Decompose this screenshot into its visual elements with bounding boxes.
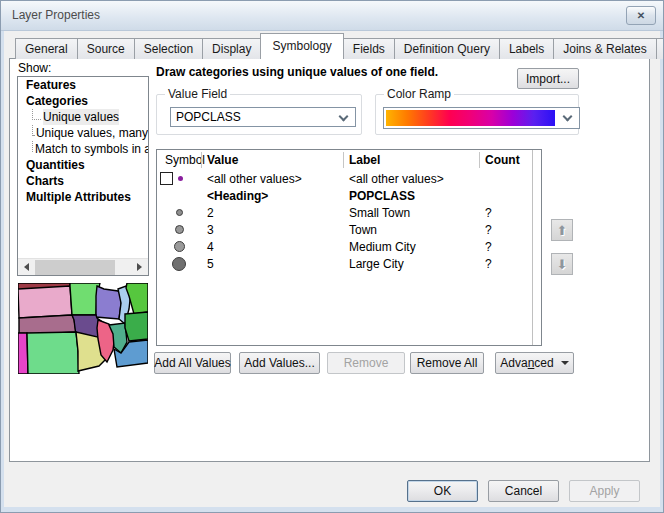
cancel-button[interactable]: Cancel bbox=[488, 480, 559, 502]
symbology-tab-page: Show: FeaturesCategoriesUnique valuesUni… bbox=[9, 58, 650, 462]
table-row[interactable]: 2Small Town? bbox=[157, 204, 541, 221]
add-all-values-button[interactable]: Add All Values bbox=[154, 352, 231, 374]
label-cell: POPCLASS bbox=[343, 189, 479, 203]
tab-time[interactable]: Time bbox=[656, 38, 664, 59]
label-cell: Small Town bbox=[343, 206, 479, 220]
chevron-down-icon bbox=[563, 112, 573, 122]
value-field-label: Value Field bbox=[165, 87, 230, 101]
show-tree-hscrollbar[interactable] bbox=[18, 258, 148, 275]
close-button[interactable]: ✕ bbox=[626, 6, 656, 25]
show-item-label: Unique values bbox=[43, 109, 119, 125]
value-field-dropdown[interactable]: POPCLASS bbox=[170, 107, 356, 127]
tab-display[interactable]: Display bbox=[202, 38, 261, 59]
header-separator bbox=[343, 152, 344, 168]
move-up-button[interactable]: ⬆ bbox=[551, 219, 573, 241]
value-cell: 4 bbox=[201, 240, 343, 254]
add-values-button[interactable]: Add Values... bbox=[239, 352, 320, 374]
color-ramp-dropdown[interactable] bbox=[383, 107, 580, 129]
label-cell: <all other values> bbox=[343, 172, 479, 186]
apply-button[interactable]: Apply bbox=[569, 480, 640, 502]
point-symbol-icon bbox=[172, 257, 186, 271]
remove-button[interactable]: Remove bbox=[327, 352, 405, 374]
tab-definition-query[interactable]: Definition Query bbox=[394, 38, 500, 59]
tab-symbology[interactable]: Symbology bbox=[260, 33, 343, 59]
table-header[interactable]: SymbolValueLabelCount bbox=[157, 150, 541, 170]
show-item-categories[interactable]: Categories bbox=[18, 93, 148, 109]
count-cell: ? bbox=[479, 240, 531, 254]
table-row[interactable]: 4Medium City? bbox=[157, 238, 541, 255]
scroll-right-icon[interactable] bbox=[131, 259, 148, 275]
symbol-cell[interactable] bbox=[157, 238, 201, 255]
point-symbol-icon bbox=[176, 209, 183, 216]
label-cell: Town bbox=[343, 223, 479, 237]
all-other-values-checkbox[interactable] bbox=[160, 172, 173, 185]
column-header-count[interactable]: Count bbox=[479, 150, 531, 170]
advanced-button[interactable]: Advanced bbox=[495, 352, 574, 374]
scrollbar-thumb[interactable] bbox=[35, 260, 115, 275]
map-state-green-e bbox=[125, 312, 148, 341]
column-header-label[interactable]: Label bbox=[343, 150, 479, 170]
label-cell: Large City bbox=[343, 257, 479, 271]
point-symbol-icon bbox=[178, 176, 183, 181]
symbol-cell[interactable] bbox=[157, 187, 201, 204]
table-row[interactable]: <all other values><all other values> bbox=[157, 170, 541, 187]
show-item-features[interactable]: Features bbox=[18, 77, 148, 93]
show-item-match-to-symbols-in-a[interactable]: Match to symbols in a bbox=[18, 141, 148, 157]
value-cell: 2 bbox=[201, 206, 343, 220]
show-item-unique-values-many[interactable]: Unique values, many bbox=[18, 125, 148, 141]
ok-button[interactable]: OK bbox=[407, 480, 478, 502]
map-preview-thumbnail bbox=[18, 283, 148, 374]
dropdown-arrow-icon bbox=[561, 361, 569, 365]
table-row[interactable]: <Heading>POPCLASS bbox=[157, 187, 541, 204]
tab-general[interactable]: General bbox=[15, 38, 78, 59]
window-border-left bbox=[1, 31, 4, 513]
symbol-cell[interactable] bbox=[157, 221, 201, 238]
map-state-mauve bbox=[19, 315, 76, 334]
arrow-down-icon: ⬇ bbox=[557, 257, 568, 272]
header-separator bbox=[201, 152, 202, 168]
tab-selection[interactable]: Selection bbox=[134, 38, 203, 59]
point-symbol-icon bbox=[174, 241, 185, 252]
import-button[interactable]: Import... bbox=[517, 68, 579, 89]
show-item-charts[interactable]: Charts bbox=[18, 173, 148, 189]
column-header-value[interactable]: Value bbox=[201, 150, 343, 170]
column-divider bbox=[532, 150, 533, 345]
symbol-cell[interactable] bbox=[157, 255, 201, 272]
show-item-multiple-attributes[interactable]: Multiple Attributes bbox=[18, 189, 148, 205]
tab-fields[interactable]: Fields bbox=[343, 38, 395, 59]
count-cell: ? bbox=[479, 206, 531, 220]
title-bar[interactable]: Layer Properties ✕ bbox=[1, 1, 664, 31]
tab-source[interactable]: Source bbox=[77, 38, 135, 59]
window-border-right bbox=[660, 31, 663, 513]
color-ramp-label: Color Ramp bbox=[384, 87, 454, 101]
tab-labels[interactable]: Labels bbox=[499, 38, 554, 59]
count-cell: ? bbox=[479, 223, 531, 237]
table-body: <all other values><all other values><Hea… bbox=[157, 170, 541, 272]
show-tree-items: FeaturesCategoriesUnique valuesUnique va… bbox=[18, 77, 148, 205]
remove-all-button[interactable]: Remove All bbox=[410, 352, 484, 374]
scroll-left-icon[interactable] bbox=[18, 259, 35, 275]
column-header-symbol[interactable]: Symbol bbox=[157, 150, 201, 170]
show-label: Show: bbox=[18, 61, 51, 75]
show-tree[interactable]: FeaturesCategoriesUnique valuesUnique va… bbox=[17, 76, 149, 276]
unique-values-table[interactable]: SymbolValueLabelCount <all other values>… bbox=[156, 149, 542, 346]
symbol-cell[interactable] bbox=[157, 170, 201, 187]
value-cell: <all other values> bbox=[201, 172, 343, 186]
show-item-label: Quantities bbox=[26, 157, 85, 173]
window-title: Layer Properties bbox=[12, 8, 100, 22]
window-border-bottom bbox=[1, 507, 664, 512]
count-cell: ? bbox=[479, 257, 531, 271]
label-cell: Medium City bbox=[343, 240, 479, 254]
table-row[interactable]: 3Town? bbox=[157, 221, 541, 238]
show-item-quantities[interactable]: Quantities bbox=[18, 157, 148, 173]
show-item-label: Charts bbox=[26, 173, 64, 189]
value-cell: 3 bbox=[201, 223, 343, 237]
map-state-green-s bbox=[27, 332, 79, 374]
show-item-unique-values[interactable]: Unique values bbox=[18, 109, 148, 125]
show-item-label: Match to symbols in a bbox=[35, 141, 149, 157]
table-row[interactable]: 5Large City? bbox=[157, 255, 541, 272]
tab-joins-relates[interactable]: Joins & Relates bbox=[553, 38, 656, 59]
symbol-cell[interactable] bbox=[157, 204, 201, 221]
move-down-button[interactable]: ⬇ bbox=[551, 253, 573, 275]
map-state-pink bbox=[18, 286, 72, 318]
